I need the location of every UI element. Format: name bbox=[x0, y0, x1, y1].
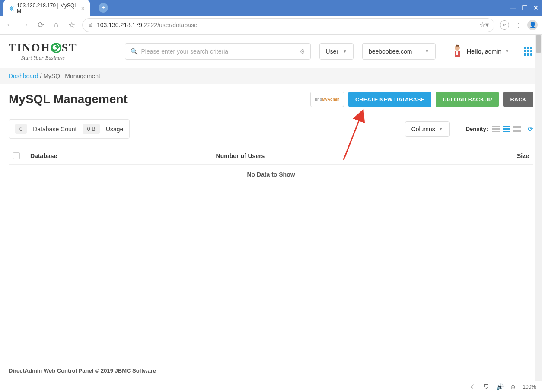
tab-favicon bbox=[9, 6, 14, 12]
tab-close-icon[interactable]: × bbox=[81, 5, 85, 12]
breadcrumb-dashboard-link[interactable]: Dashboard bbox=[9, 73, 38, 79]
domain-dropdown[interactable]: beeboobee.com ▼ bbox=[362, 43, 436, 60]
footer-text: DirectAdmin Web Control Panel © 2019 JBM… bbox=[9, 367, 156, 374]
back-button[interactable]: BACK bbox=[503, 92, 533, 107]
breadcrumb-current: MySQL Management bbox=[43, 73, 100, 79]
user-role-label: User bbox=[326, 48, 339, 55]
gear-icon[interactable]: ⚙ bbox=[300, 48, 305, 55]
address-bar[interactable]: 🗎 103.130.218.179:2222/user/database ☆▾ bbox=[82, 18, 494, 32]
density-label: Density: bbox=[466, 126, 488, 132]
logo[interactable]: TINOH ⟳ ST Start Your Business bbox=[9, 41, 77, 61]
avatar-icon bbox=[451, 44, 463, 59]
url-text: 103.130.218.179:2222/user/database bbox=[97, 22, 476, 28]
moon-icon[interactable]: ☾ bbox=[471, 383, 476, 390]
kebab-menu-icon[interactable]: ⋮ bbox=[515, 22, 521, 28]
stats-row: 0 Database Count 0 B Usage Columns ▼ Den… bbox=[0, 115, 542, 147]
bookmark-star-icon[interactable]: ☆ bbox=[67, 20, 77, 30]
home-icon[interactable]: ⌂ bbox=[51, 20, 61, 29]
usage-value: 0 B bbox=[83, 124, 100, 134]
logo-tagline: Start Your Business bbox=[9, 54, 77, 61]
favorite-icon[interactable]: ☆▾ bbox=[479, 21, 489, 29]
minimize-icon[interactable]: — bbox=[510, 4, 516, 12]
zoom-level[interactable]: 100% bbox=[523, 384, 536, 390]
browser-toolbar: ← → ⟳ ⌂ ☆ 🗎 103.130.218.179:2222/user/da… bbox=[0, 16, 542, 35]
svg-rect-2 bbox=[456, 51, 458, 55]
page-title: MySQL Management bbox=[9, 92, 306, 106]
forward-icon: → bbox=[20, 20, 30, 29]
reload-icon[interactable]: ⟳ bbox=[35, 20, 46, 30]
density-group: Density: ⟳ bbox=[466, 125, 533, 133]
chevron-down-icon: ▼ bbox=[425, 49, 429, 54]
chevron-down-icon: ▼ bbox=[343, 49, 347, 54]
search-icon: 🔍 bbox=[131, 48, 138, 55]
close-window-icon[interactable]: ✕ bbox=[533, 4, 539, 12]
apps-grid-icon[interactable] bbox=[524, 47, 532, 56]
stats-box: 0 Database Count 0 B Usage bbox=[9, 119, 130, 139]
maximize-icon[interactable]: ☐ bbox=[522, 4, 528, 12]
scrollbar[interactable] bbox=[535, 35, 542, 381]
user-role-dropdown[interactable]: User ▼ bbox=[319, 43, 354, 60]
col-users[interactable]: Number of Users bbox=[216, 152, 494, 159]
search-box[interactable]: 🔍 ⚙ bbox=[125, 43, 311, 60]
phpmyadmin-button[interactable]: phpMyAdmin bbox=[310, 92, 344, 107]
table-area: Database Number of Users Size No Data to… bbox=[0, 147, 542, 184]
density-compact-icon[interactable] bbox=[492, 126, 500, 132]
search-input[interactable] bbox=[141, 48, 296, 55]
shield-icon[interactable]: ⛉ bbox=[483, 383, 489, 390]
table-header: Database Number of Users Size bbox=[9, 147, 533, 165]
chevron-down-icon: ▼ bbox=[439, 126, 443, 131]
greeting-text: Hello, admin bbox=[467, 48, 501, 55]
columns-label: Columns bbox=[411, 126, 435, 133]
columns-dropdown[interactable]: Columns ▼ bbox=[405, 121, 450, 137]
ip-badge-icon[interactable]: IP bbox=[500, 20, 509, 30]
browser-tab[interactable]: 103.130.218.179 | MySQL M × bbox=[3, 0, 90, 17]
usage-label: Usage bbox=[106, 126, 123, 133]
density-medium-icon[interactable] bbox=[503, 126, 510, 132]
density-wide-icon[interactable] bbox=[513, 126, 521, 132]
profile-avatar-icon[interactable]: 👤 bbox=[527, 20, 538, 30]
new-tab-button[interactable]: + bbox=[99, 3, 108, 13]
db-count-value: 0 bbox=[15, 124, 27, 134]
page-content: TINOH ⟳ ST Start Your Business 🔍 ⚙ User … bbox=[0, 35, 542, 381]
zoom-icon[interactable]: ⊕ bbox=[510, 383, 516, 390]
user-greeting[interactable]: Hello, admin ▼ bbox=[451, 44, 509, 59]
page-info-icon[interactable]: 🗎 bbox=[88, 22, 93, 28]
breadcrumb: Dashboard / MySQL Management bbox=[0, 68, 542, 84]
browser-status-bar: ☾ ⛉ 🔊 ⊕ 100% bbox=[0, 381, 542, 392]
browser-titlebar: 103.130.218.179 | MySQL M × + — ☐ ✕ bbox=[0, 0, 542, 16]
logo-text-pre: TINOH bbox=[9, 41, 51, 54]
db-count-label: Database Count bbox=[33, 126, 77, 133]
domain-label: beeboobee.com bbox=[369, 48, 421, 55]
footer: DirectAdmin Web Control Panel © 2019 JBM… bbox=[0, 360, 535, 381]
app-header: TINOH ⟳ ST Start Your Business 🔍 ⚙ User … bbox=[0, 35, 542, 68]
tab-title: 103.130.218.179 | MySQL M bbox=[17, 3, 79, 15]
refresh-icon[interactable]: ⟳ bbox=[528, 125, 533, 133]
volume-icon[interactable]: 🔊 bbox=[496, 383, 504, 390]
select-all-checkbox[interactable] bbox=[13, 152, 20, 159]
chevron-down-icon: ▼ bbox=[505, 49, 509, 54]
create-database-button[interactable]: CREATE NEW DATABASE bbox=[348, 92, 431, 107]
breadcrumb-sep: / bbox=[38, 73, 44, 79]
col-database[interactable]: Database bbox=[30, 152, 216, 159]
back-icon[interactable]: ← bbox=[4, 20, 15, 29]
title-row: MySQL Management phpMyAdmin CREATE NEW D… bbox=[0, 84, 542, 115]
no-data-message: No Data to Show bbox=[9, 165, 533, 184]
logo-o-icon: ⟳ bbox=[51, 43, 61, 53]
upload-backup-button[interactable]: UPLOAD BACKUP bbox=[436, 92, 499, 107]
logo-text-post: ST bbox=[62, 41, 77, 54]
scrollbar-thumb[interactable] bbox=[536, 35, 541, 53]
col-size[interactable]: Size bbox=[494, 152, 529, 159]
